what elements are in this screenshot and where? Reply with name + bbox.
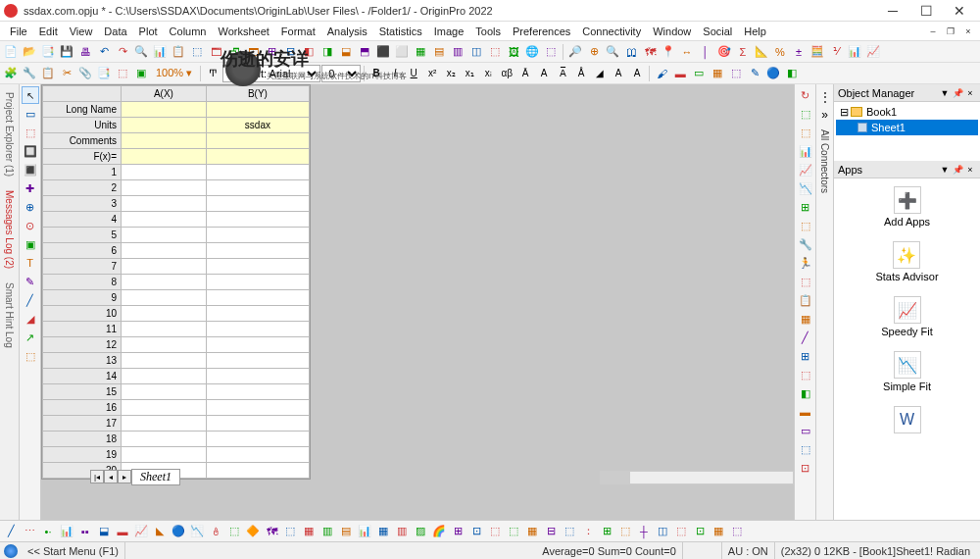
row-number[interactable]: 12 <box>43 337 122 353</box>
menu-file[interactable]: File <box>4 24 33 39</box>
data-cell[interactable] <box>122 259 207 275</box>
row-number[interactable]: 14 <box>43 369 122 384</box>
sheet-nav-prev-icon[interactable]: ◂ <box>104 470 118 483</box>
graph-btn-0[interactable]: ↻ <box>797 86 814 104</box>
graph-btn-15[interactable]: ⬚ <box>797 366 814 383</box>
row-number[interactable]: 15 <box>43 384 122 400</box>
color-btn-4[interactable]: ⬚ <box>727 65 745 82</box>
edit-btn-2[interactable]: 📋 <box>39 65 57 82</box>
meta-cell[interactable] <box>206 102 309 118</box>
std-btn-15[interactable]: ⊟ <box>281 43 299 61</box>
mdi-minimize-icon[interactable]: – <box>925 25 941 38</box>
data-cell[interactable] <box>206 259 309 275</box>
app-item-word[interactable]: W <box>894 406 921 433</box>
std-btn-3[interactable]: 💾 <box>58 43 75 61</box>
row-number[interactable]: 13 <box>43 353 122 369</box>
plot-btn-34[interactable]: ┼ <box>635 523 653 540</box>
data-cell[interactable] <box>206 196 309 212</box>
plot-btn-24[interactable]: ⊞ <box>449 523 466 540</box>
edit-btn-8[interactable]: 100% ▾ <box>151 65 197 82</box>
menu-connectivity[interactable]: Connectivity <box>576 24 647 39</box>
plot-btn-7[interactable]: 📈 <box>132 523 150 540</box>
plot-btn-15[interactable]: ⬚ <box>281 523 299 540</box>
plot-btn-20[interactable]: ▦ <box>374 523 392 540</box>
tool-btn-9[interactable]: ✎ <box>22 273 39 290</box>
plot-btn-11[interactable]: 🕯 <box>207 523 224 540</box>
std-btn-27[interactable]: 🖼 <box>505 43 522 61</box>
plot-btn-10[interactable]: 📉 <box>188 523 206 540</box>
std2-btn-1[interactable]: ⊕ <box>585 43 603 61</box>
graph-btn-6[interactable]: ⊞ <box>797 198 814 216</box>
style-btn-6[interactable]: xᵢ <box>479 65 497 82</box>
row-number[interactable]: 17 <box>43 416 122 432</box>
plot-btn-29[interactable]: ⊟ <box>542 523 560 540</box>
plot-btn-33[interactable]: ⬚ <box>616 523 634 540</box>
std2-btn-4[interactable]: 🗺 <box>641 43 659 61</box>
tool-btn-10[interactable]: ╱ <box>22 291 39 309</box>
data-cell[interactable] <box>122 400 207 416</box>
color-btn-2[interactable]: ▭ <box>690 65 708 82</box>
style-btn-10[interactable]: A̅ <box>554 65 571 82</box>
style-btn-11[interactable]: Å <box>572 65 590 82</box>
connectors-chevron-icon[interactable]: » <box>821 108 828 122</box>
std2-btn-11[interactable]: % <box>771 43 789 61</box>
data-cell[interactable] <box>206 447 309 463</box>
std-btn-4[interactable]: 🖶 <box>76 43 94 61</box>
menu-edit[interactable]: Edit <box>33 24 64 39</box>
data-cell[interactable] <box>122 306 207 322</box>
row-number[interactable]: 5 <box>43 228 122 243</box>
maximize-button[interactable]: ☐ <box>909 1 943 21</box>
plot-btn-5[interactable]: ⬓ <box>95 523 113 540</box>
plot-btn-19[interactable]: 📊 <box>356 523 373 540</box>
plot-btn-13[interactable]: 🔶 <box>244 523 262 540</box>
tool-btn-11[interactable]: ◢ <box>22 310 39 328</box>
graph-btn-2[interactable]: ⬚ <box>797 124 814 141</box>
menu-tools[interactable]: Tools <box>469 24 507 39</box>
plot-btn-38[interactable]: ▦ <box>710 523 727 540</box>
edit-btn-6[interactable]: ⬚ <box>114 65 131 82</box>
connectors-menu-icon[interactable]: ⋮ <box>819 90 831 104</box>
std-btn-6[interactable]: ↷ <box>114 43 131 61</box>
data-cell[interactable] <box>206 306 309 322</box>
font-size-select[interactable]: 0 <box>321 65 361 82</box>
graph-btn-13[interactable]: ╱ <box>797 329 814 346</box>
row-number[interactable]: 2 <box>43 180 122 196</box>
object-tree[interactable]: ⊟ Book1 Sheet1 <box>834 102 980 161</box>
std-btn-14[interactable]: ⊞ <box>263 43 280 61</box>
plot-btn-32[interactable]: ⊞ <box>598 523 615 540</box>
row-header-Long Name[interactable]: Long Name <box>43 102 122 118</box>
data-cell[interactable] <box>122 322 207 337</box>
style-btn-3[interactable]: x² <box>423 65 441 82</box>
style-btn-4[interactable]: x₂ <box>442 65 460 82</box>
horizontal-scrollbar[interactable] <box>600 471 794 484</box>
data-cell[interactable] <box>206 337 309 353</box>
minimize-button[interactable]: ─ <box>876 1 909 21</box>
std2-btn-7[interactable]: │ <box>697 43 714 61</box>
plot-btn-27[interactable]: ⬚ <box>505 523 522 540</box>
plot-btn-0[interactable]: ╱ <box>2 523 20 540</box>
meta-cell[interactable] <box>122 118 207 133</box>
row-number[interactable]: 8 <box>43 275 122 290</box>
plot-btn-14[interactable]: 🗺 <box>263 523 280 540</box>
data-cell[interactable] <box>206 228 309 243</box>
om-close-icon[interactable]: × <box>964 87 976 99</box>
color-btn-5[interactable]: ✎ <box>746 65 763 82</box>
style-btn-9[interactable]: A <box>535 65 553 82</box>
sheet-nav-first-icon[interactable]: |◂ <box>90 470 104 483</box>
tool-btn-12[interactable]: ↗ <box>22 329 39 346</box>
data-cell[interactable] <box>206 243 309 259</box>
plot-btn-1[interactable]: ⋯ <box>21 523 38 540</box>
menu-image[interactable]: Image <box>428 24 470 39</box>
data-cell[interactable] <box>122 228 207 243</box>
graph-btn-5[interactable]: 📉 <box>797 179 814 197</box>
row-number[interactable]: 7 <box>43 259 122 275</box>
std2-btn-13[interactable]: 🧮 <box>808 43 826 61</box>
graph-btn-14[interactable]: ⊞ <box>797 347 814 365</box>
data-cell[interactable] <box>122 384 207 400</box>
data-cell[interactable] <box>122 243 207 259</box>
std-btn-26[interactable]: ⬚ <box>486 43 504 61</box>
data-cell[interactable] <box>206 353 309 369</box>
std-btn-29[interactable]: ⬚ <box>542 43 560 61</box>
row-number[interactable]: 3 <box>43 196 122 212</box>
row-number[interactable]: 10 <box>43 306 122 322</box>
